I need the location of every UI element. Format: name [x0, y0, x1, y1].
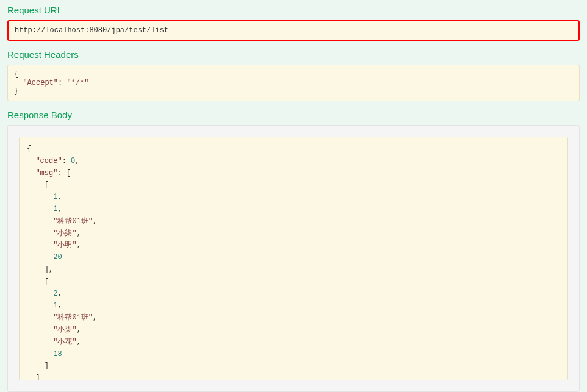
request-url-title: Request URL — [7, 5, 580, 15]
response-body-block[interactable]: { "code": 0, "msg": [ [ 1, 1, "科帮01班", "… — [19, 137, 568, 380]
request-headers-block: { "Accept": "*/*" } — [7, 65, 580, 101]
request-headers-content: { "Accept": "*/*" } — [14, 70, 573, 96]
request-headers-title: Request Headers — [7, 49, 580, 60]
response-body-title: Response Body — [7, 110, 580, 120]
response-body-content: { "code": 0, "msg": [ [ 1, 1, "科帮01班", "… — [27, 143, 560, 380]
request-url-block: http://localhost:8080/jpa/test/list — [7, 20, 580, 41]
response-body-wrapper: { "code": 0, "msg": [ [ 1, 1, "科帮01班", "… — [7, 125, 580, 392]
request-url-value: http://localhost:8080/jpa/test/list — [15, 26, 168, 35]
